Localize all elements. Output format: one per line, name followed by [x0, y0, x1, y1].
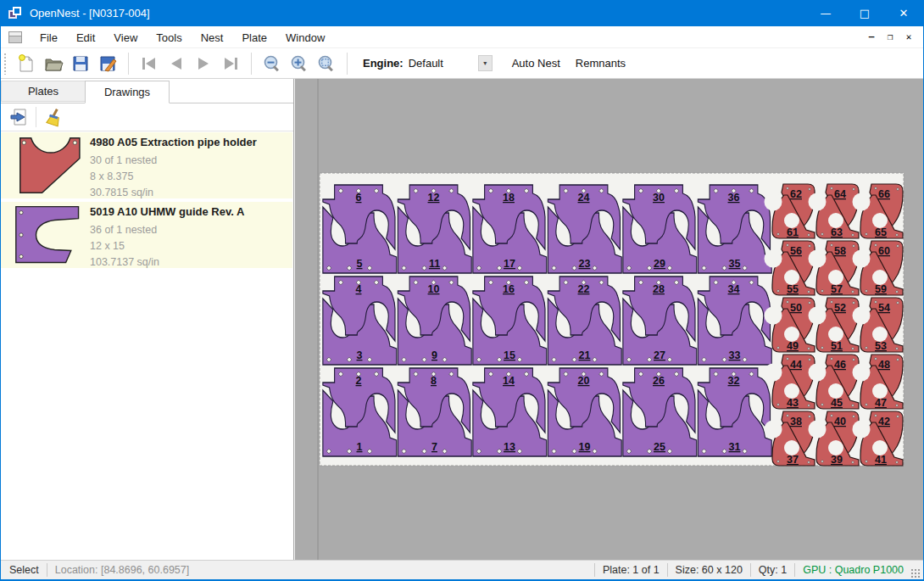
part-number: 40 [834, 416, 846, 427]
status-qty: Qty: 1 [759, 564, 787, 576]
zoom-out-button[interactable] [259, 51, 286, 76]
part-number: 11 [429, 258, 440, 270]
part-number: 31 [729, 441, 741, 453]
menu-item-nest[interactable]: Nest [192, 28, 233, 47]
part-number: 30 [653, 192, 665, 204]
part-number: 56 [790, 245, 802, 257]
drawing-nested-count: 30 of 1 nested [90, 153, 257, 169]
panel-tab-strip: Plates Drawings [1, 81, 169, 103]
drawing-nested-count: 36 of 1 nested [90, 222, 244, 238]
part-number: 5 [357, 258, 363, 270]
save-button[interactable] [67, 51, 94, 76]
go-previous-button[interactable] [163, 51, 190, 76]
part-number: 46 [834, 359, 846, 371]
status-location: Location: [84.8696, 60.6957] [55, 564, 189, 576]
part-number: 14 [503, 375, 515, 387]
part-number: 57 [831, 283, 843, 295]
go-next-button[interactable] [190, 51, 217, 76]
left-panel: Plates Drawings 4980 [1, 79, 294, 560]
part-number: 26 [653, 375, 665, 387]
new-file-icon [16, 53, 36, 74]
part-number: 10 [428, 283, 440, 295]
drawings-list: 4980 A05 Extraction pipe holder 30 of 1 … [1, 132, 292, 560]
part-number: 19 [579, 441, 591, 453]
drawing-size: 8 x 8.375 [90, 169, 257, 185]
send-to-nest-button[interactable] [6, 105, 31, 129]
save-icon [70, 53, 91, 74]
nest-canvas[interactable]: 6543211211109871817161514132423222120193… [295, 79, 923, 560]
part-number: 53 [875, 340, 887, 352]
part-number: 54 [878, 302, 890, 314]
clear-button[interactable] [41, 105, 66, 129]
part-number: 16 [503, 283, 515, 295]
part-number: 37 [787, 454, 799, 466]
part-number: 12 [428, 192, 440, 204]
engine-select-value[interactable]: Default [409, 57, 478, 70]
menu-bar: FileEditViewToolsNestPlateWindow – ❐ ✕ [1, 26, 923, 48]
menu-item-edit[interactable]: Edit [67, 28, 104, 47]
part-number: 55 [787, 283, 799, 295]
menu-item-file[interactable]: File [31, 28, 67, 47]
zoom-in-button[interactable] [286, 51, 313, 76]
mdi-close-button[interactable]: ✕ [899, 31, 918, 42]
part-number: 1 [357, 441, 363, 453]
app-icon [8, 7, 22, 20]
part-number: 59 [875, 283, 887, 295]
drawing-area: 103.7137 sq/in [90, 254, 244, 271]
part-number: 32 [728, 375, 740, 387]
drawing-title: 5019 A10 UHMW guide Rev. A [90, 205, 244, 218]
part-number: 36 [728, 192, 740, 204]
part-number: 47 [875, 397, 887, 409]
mdi-restore-button[interactable]: ❐ [881, 31, 899, 42]
toolbar-grip[interactable] [3, 53, 8, 75]
part-number: 63 [831, 226, 843, 238]
new-file-button[interactable] [13, 51, 40, 76]
part-number: 49 [787, 340, 799, 352]
part-number: 66 [878, 188, 890, 200]
minimize-button[interactable]: — [806, 0, 845, 26]
zoom-fit-button[interactable] [313, 51, 340, 76]
part-number: 28 [653, 283, 665, 295]
part-number: 50 [790, 302, 802, 314]
part-number: 45 [831, 397, 843, 409]
part-number: 21 [579, 349, 591, 361]
part-number: 24 [578, 192, 590, 204]
mdi-minimize-button[interactable]: – [862, 31, 881, 42]
engine-label: Engine: [363, 57, 404, 70]
part-number: 64 [834, 188, 846, 200]
remnants-button[interactable]: Remnants [568, 53, 633, 74]
app-window: OpenNest - [N0317-004] — □ ✕ FileEditVie… [0, 0, 924, 581]
tab-drawings[interactable]: Drawings [85, 81, 170, 103]
close-button[interactable]: ✕ [884, 0, 923, 26]
engine-dropdown-arrow[interactable]: ▾ [478, 55, 493, 71]
part-number: 3 [357, 349, 363, 361]
menu-item-plate[interactable]: Plate [232, 28, 276, 47]
drawings-toolbar [1, 103, 293, 131]
part-number: 48 [878, 359, 890, 371]
part-number: 15 [504, 349, 515, 361]
part-number: 62 [790, 188, 802, 200]
go-first-button[interactable] [136, 51, 163, 76]
mdi-document-icon[interactable] [8, 31, 22, 43]
maximize-button[interactable]: □ [845, 0, 884, 26]
part-number: 43 [787, 397, 799, 409]
window-title: OpenNest - [N0317-004] [30, 7, 150, 20]
part-number: 65 [875, 226, 887, 238]
zoom-fit-icon [316, 53, 337, 74]
menu-item-window[interactable]: Window [276, 28, 334, 47]
drawing-item[interactable]: 5019 A10 UHMW guide Rev. A 36 of 1 neste… [1, 202, 292, 268]
open-file-icon [43, 53, 64, 74]
menu-item-view[interactable]: View [104, 28, 147, 47]
part-number: 58 [834, 245, 846, 257]
resize-grip[interactable] [910, 568, 921, 578]
part-number: 23 [579, 258, 591, 270]
go-last-button[interactable] [217, 51, 244, 76]
open-file-button[interactable] [40, 51, 67, 76]
menu-item-tools[interactable]: Tools [147, 28, 191, 47]
part-number: 60 [878, 245, 890, 257]
part-number: 61 [787, 226, 799, 238]
drawing-item[interactable]: 4980 A05 Extraction pipe holder 30 of 1 … [1, 132, 292, 198]
tab-plates[interactable]: Plates [1, 81, 86, 102]
auto-nest-button[interactable]: Auto Nest [504, 53, 568, 74]
save-as-button[interactable] [94, 51, 121, 76]
